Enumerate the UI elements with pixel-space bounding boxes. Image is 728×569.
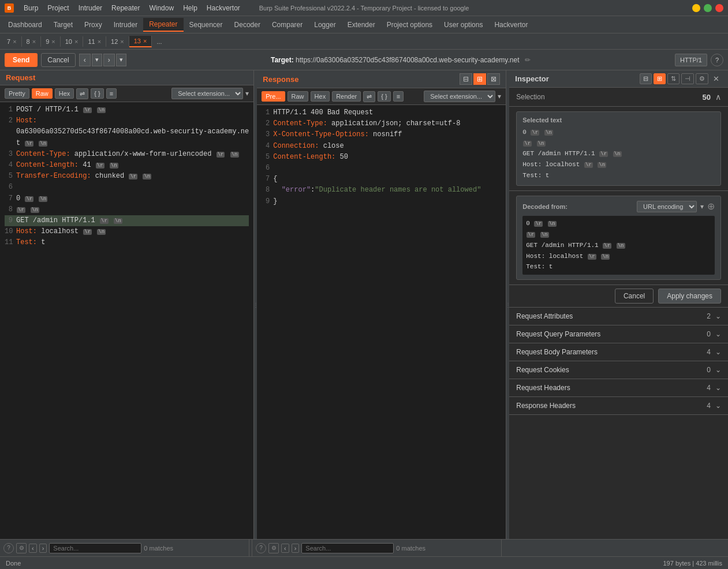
request-wrap-btn[interactable]: ⇌ xyxy=(76,88,88,99)
tab-comparer[interactable]: Comparer xyxy=(266,18,308,31)
maximize-btn[interactable] xyxy=(704,4,712,12)
tab-decoder[interactable]: Decoder xyxy=(229,18,266,31)
resp-search-settings-btn[interactable]: ⚙ xyxy=(268,543,279,553)
apply-changes-btn[interactable]: Apply changes xyxy=(658,289,721,304)
menu-burp[interactable]: Burp xyxy=(20,3,42,13)
request-search-input[interactable] xyxy=(49,543,141,553)
tab-8[interactable]: 8 × xyxy=(22,36,42,47)
request-extension-select[interactable]: Select extension... xyxy=(171,88,243,99)
tab-extender[interactable]: Extender xyxy=(342,18,381,31)
req-line-5: 5Transfer-Encoding: chunked \r \n xyxy=(5,171,249,182)
edit-target-icon[interactable]: ✏ xyxy=(525,56,531,64)
response-view-horizontal[interactable]: ⊠ xyxy=(487,73,500,85)
cancel-button[interactable]: Cancel xyxy=(41,53,75,67)
response-extension-arrow[interactable]: ▾ xyxy=(498,92,501,100)
tab-logger[interactable]: Logger xyxy=(308,18,341,31)
response-headers-header[interactable]: Response Headers 4 ⌄ xyxy=(509,397,728,414)
menu-project[interactable]: Project xyxy=(43,3,73,13)
inspector-content: Selection 50 ∧ xyxy=(509,88,728,539)
response-view-stacked[interactable]: ⊞ xyxy=(473,73,486,85)
resp-line-8: 8 "error":"Duplicate header names are no… xyxy=(262,185,501,196)
inspector-settings-btn[interactable]: ⚙ xyxy=(696,73,708,84)
nav-left-btn[interactable]: ‹ xyxy=(79,54,91,66)
request-attributes-header[interactable]: Request Attributes 2 ⌄ xyxy=(509,308,728,325)
resp-search-next-btn[interactable]: › xyxy=(292,544,300,553)
response-format-btn[interactable]: { } xyxy=(378,91,390,102)
menu-window[interactable]: Window xyxy=(145,3,178,13)
http-version-btn[interactable]: HTTP/1 xyxy=(675,54,707,66)
response-more-btn[interactable]: ≡ xyxy=(393,91,404,102)
encoding-select[interactable]: URL encoding xyxy=(637,201,697,212)
help-button[interactable]: ? xyxy=(711,54,723,66)
inspector-view2-btn[interactable]: ⊞ xyxy=(654,73,666,84)
response-search-input[interactable] xyxy=(301,543,394,553)
response-extension-select[interactable]: Select extension... xyxy=(424,91,495,102)
cancel-action-btn[interactable]: Cancel xyxy=(615,289,654,304)
response-content[interactable]: 1HTTP/1.1 400 Bad Request 2Content-Type:… xyxy=(257,105,506,539)
request-format-btn[interactable]: { } xyxy=(91,88,103,99)
nav-right-btn[interactable]: › xyxy=(103,54,115,66)
tab-9[interactable]: 9 × xyxy=(41,36,61,47)
request-pretty-btn[interactable]: Pretty xyxy=(5,88,29,99)
tab-proxy[interactable]: Proxy xyxy=(79,18,108,31)
req-search-prev-btn[interactable]: ‹ xyxy=(29,544,37,553)
tab-repeater[interactable]: Repeater xyxy=(143,18,183,32)
tab-11[interactable]: 11 × xyxy=(83,36,106,47)
tab-sequencer[interactable]: Sequencer xyxy=(184,18,229,31)
req-search-next-btn[interactable]: › xyxy=(39,544,47,553)
response-raw-btn[interactable]: Raw xyxy=(288,91,308,102)
request-extension-arrow[interactable]: ▾ xyxy=(245,89,249,98)
tab-intruder[interactable]: Intruder xyxy=(108,18,143,31)
req-search-settings-btn[interactable]: ⚙ xyxy=(16,543,27,553)
request-body-label: Request Body Parameters xyxy=(516,348,598,356)
status-bar: Done 197 bytes | 423 millis xyxy=(0,556,728,569)
menu-repeater[interactable]: Repeater xyxy=(107,3,144,13)
nav-dropdown-btn[interactable]: ▾ xyxy=(92,54,102,66)
tab-bar: 7 × 8 × 9 × 10 × 11 × 12 × 13 × ... xyxy=(0,33,728,50)
response-pretty-btn[interactable]: Pre... xyxy=(262,91,285,102)
request-raw-btn[interactable]: Raw xyxy=(32,88,53,99)
tab-10[interactable]: 10 × xyxy=(61,36,84,47)
request-attributes-section: Request Attributes 2 ⌄ xyxy=(509,308,728,325)
tab-12[interactable]: 12 × xyxy=(106,36,129,47)
resp-search-prev-btn[interactable]: ‹ xyxy=(281,544,289,553)
tab-user-options[interactable]: User options xyxy=(438,18,488,31)
nav-right-dropdown-btn[interactable]: ▾ xyxy=(116,54,126,66)
minimize-btn[interactable] xyxy=(692,4,700,12)
response-render-btn[interactable]: Render xyxy=(332,91,361,102)
status-left: Done xyxy=(6,560,21,567)
response-view-split[interactable]: ⊟ xyxy=(460,73,472,85)
decoded-content[interactable]: 0 \r \n \r \n GET /admin HTTP/1.1 \r \n … xyxy=(522,216,715,274)
tab-dashboard[interactable]: Dashboard xyxy=(2,18,48,31)
request-cookies-header[interactable]: Request Cookies 0 ⌄ xyxy=(509,361,728,379)
menu-hackvertor[interactable]: Hackvertor xyxy=(203,3,244,13)
response-hex-btn[interactable]: Hex xyxy=(311,91,330,102)
request-hex-btn[interactable]: Hex xyxy=(55,88,74,99)
tab-more[interactable]: ... xyxy=(152,36,166,47)
tab-project-options[interactable]: Project options xyxy=(381,18,438,31)
request-body-header[interactable]: Request Body Parameters 4 ⌄ xyxy=(509,343,728,361)
send-button[interactable]: Send xyxy=(5,53,38,67)
inspector-sort-btn[interactable]: ⇅ xyxy=(667,73,680,84)
resp-line-1: 1HTTP/1.1 400 Bad Request xyxy=(262,107,501,118)
tab-hackvertor[interactable]: Hackvertor xyxy=(488,18,533,31)
request-content[interactable]: 1POST / HTTP/1.1 \r \n 2Host: 0a63006a03… xyxy=(0,102,253,539)
inspector-split-btn[interactable]: ⊣ xyxy=(681,73,694,84)
selection-collapse-icon[interactable]: ∧ xyxy=(715,92,721,102)
inspector-view1-btn[interactable]: ⊟ xyxy=(640,73,652,84)
inspector-close-btn[interactable]: ✕ xyxy=(710,73,722,84)
request-query-header[interactable]: Request Query Parameters 0 ⌄ xyxy=(509,325,728,343)
add-encoding-btn[interactable]: ⊕ xyxy=(707,202,715,211)
tab-7[interactable]: 7 × xyxy=(2,36,22,47)
request-headers-header[interactable]: Request Headers 4 ⌄ xyxy=(509,379,728,396)
request-more-btn[interactable]: ≡ xyxy=(106,88,117,99)
resp-search-help-btn[interactable]: ? xyxy=(256,543,266,553)
menu-intruder[interactable]: Intruder xyxy=(74,3,106,13)
tab-target[interactable]: Target xyxy=(48,18,79,31)
req-search-help-btn[interactable]: ? xyxy=(3,543,14,553)
encoding-arrow[interactable]: ▾ xyxy=(700,203,704,211)
response-wrap-btn[interactable]: ⇌ xyxy=(363,91,375,102)
menu-help[interactable]: Help xyxy=(179,3,201,13)
close-btn[interactable] xyxy=(715,4,723,12)
tab-13[interactable]: 13 × xyxy=(129,36,152,47)
